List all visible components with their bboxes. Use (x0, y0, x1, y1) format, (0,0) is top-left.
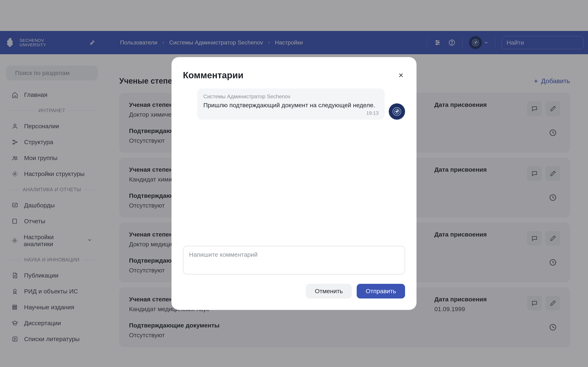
modal-title: Комментарии (183, 70, 243, 80)
comment-author: Системы Администратор Sechenov (203, 93, 379, 100)
comment-bubble: Системы Администратор Sechenov Пришлю по… (197, 89, 385, 120)
comment-input[interactable] (183, 246, 405, 275)
avatar (389, 103, 405, 120)
modal-overlay[interactable]: Комментарии Системы Администратор Sechen… (0, 0, 588, 367)
close-icon (398, 72, 404, 78)
comment-row: Системы Администратор Sechenov Пришлю по… (183, 89, 405, 120)
comment-time: 19:13 (203, 110, 379, 116)
comments-list: Системы Администратор Sechenov Пришлю по… (183, 89, 405, 246)
cancel-button[interactable]: Отменить (306, 284, 352, 299)
svg-point-39 (396, 111, 398, 112)
submit-button[interactable]: Отправить (357, 284, 405, 299)
comment-text: Пришлю подтверждающий документ на следую… (203, 102, 379, 109)
comments-modal: Комментарии Системы Администратор Sechen… (172, 57, 416, 310)
modal-close-button[interactable] (397, 71, 405, 79)
